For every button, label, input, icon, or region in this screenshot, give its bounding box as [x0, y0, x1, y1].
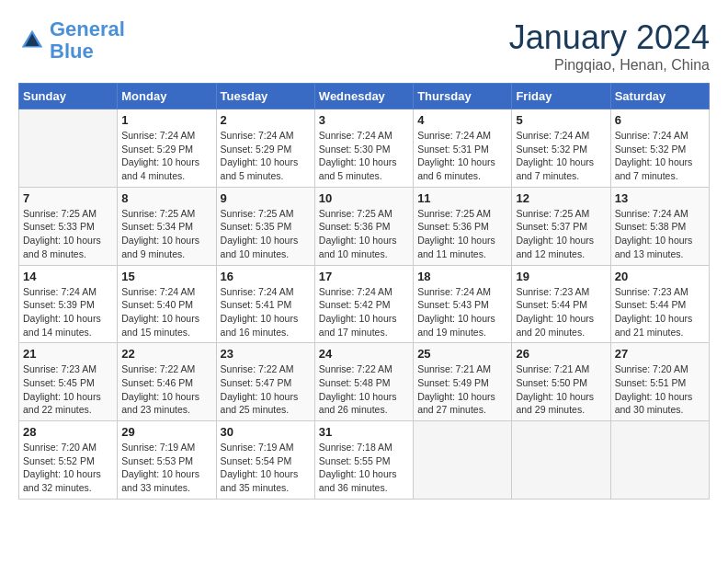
day-info: Sunrise: 7:21 AM Sunset: 5:49 PM Dayligh…	[417, 362, 507, 417]
logo-icon	[18, 27, 46, 54]
month-title: January 2024	[509, 18, 710, 57]
calendar-cell: 24Sunrise: 7:22 AM Sunset: 5:48 PM Dayli…	[314, 343, 413, 421]
day-number: 22	[121, 347, 211, 361]
day-number: 23	[221, 347, 311, 361]
calendar-cell: 4Sunrise: 7:24 AM Sunset: 5:31 PM Daylig…	[414, 109, 512, 188]
day-info: Sunrise: 7:23 AM Sunset: 5:45 PM Dayligh…	[23, 362, 113, 417]
day-number: 30	[221, 425, 311, 439]
day-info: Sunrise: 7:20 AM Sunset: 5:51 PM Dayligh…	[615, 362, 705, 417]
calendar-cell: 28Sunrise: 7:20 AM Sunset: 5:52 PM Dayli…	[19, 421, 118, 500]
day-number: 9	[221, 191, 311, 205]
day-number: 17	[319, 270, 409, 283]
week-row-2: 7Sunrise: 7:25 AM Sunset: 5:33 PM Daylig…	[19, 187, 710, 265]
day-info: Sunrise: 7:25 AM Sunset: 5:36 PM Dayligh…	[319, 207, 409, 261]
day-info: Sunrise: 7:24 AM Sunset: 5:29 PM Dayligh…	[221, 129, 311, 183]
day-info: Sunrise: 7:23 AM Sunset: 5:44 PM Dayligh…	[615, 285, 705, 339]
calendar-cell: 27Sunrise: 7:20 AM Sunset: 5:51 PM Dayli…	[610, 343, 709, 421]
day-info: Sunrise: 7:24 AM Sunset: 5:40 PM Dayligh…	[121, 285, 211, 339]
calendar-cell: 20Sunrise: 7:23 AM Sunset: 5:44 PM Dayli…	[610, 265, 709, 343]
day-number: 11	[417, 191, 507, 205]
week-row-3: 14Sunrise: 7:24 AM Sunset: 5:39 PM Dayli…	[19, 265, 710, 343]
day-info: Sunrise: 7:24 AM Sunset: 5:39 PM Dayligh…	[23, 285, 113, 339]
calendar-cell: 9Sunrise: 7:25 AM Sunset: 5:35 PM Daylig…	[216, 187, 314, 265]
day-info: Sunrise: 7:24 AM Sunset: 5:32 PM Dayligh…	[516, 129, 606, 183]
day-info: Sunrise: 7:21 AM Sunset: 5:50 PM Dayligh…	[516, 362, 606, 417]
day-number: 24	[319, 347, 409, 361]
calendar-cell: 18Sunrise: 7:24 AM Sunset: 5:43 PM Dayli…	[414, 265, 512, 343]
calendar-cell	[610, 421, 709, 500]
day-info: Sunrise: 7:22 AM Sunset: 5:47 PM Dayligh…	[221, 362, 311, 417]
week-row-5: 28Sunrise: 7:20 AM Sunset: 5:52 PM Dayli…	[19, 421, 710, 500]
day-number: 26	[516, 347, 606, 361]
week-row-1: 1Sunrise: 7:24 AM Sunset: 5:29 PM Daylig…	[19, 109, 710, 188]
calendar-cell: 13Sunrise: 7:24 AM Sunset: 5:38 PM Dayli…	[610, 187, 709, 265]
logo: General Blue	[18, 18, 125, 63]
day-number: 2	[221, 113, 311, 127]
day-number: 7	[23, 191, 113, 205]
day-info: Sunrise: 7:25 AM Sunset: 5:33 PM Dayligh…	[23, 207, 113, 261]
day-info: Sunrise: 7:25 AM Sunset: 5:36 PM Dayligh…	[417, 207, 507, 261]
logo-text: General Blue	[50, 18, 125, 63]
weekday-header-tuesday: Tuesday	[216, 84, 314, 109]
day-number: 27	[615, 347, 705, 361]
calendar-cell: 26Sunrise: 7:21 AM Sunset: 5:50 PM Dayli…	[512, 343, 610, 421]
weekday-header-sunday: Sunday	[19, 84, 118, 109]
day-number: 29	[121, 425, 211, 439]
day-number: 19	[516, 270, 606, 283]
weekday-header-wednesday: Wednesday	[314, 84, 413, 109]
calendar-cell: 23Sunrise: 7:22 AM Sunset: 5:47 PM Dayli…	[216, 343, 314, 421]
day-info: Sunrise: 7:22 AM Sunset: 5:48 PM Dayligh…	[319, 362, 409, 417]
day-number: 16	[221, 270, 311, 283]
calendar-cell: 22Sunrise: 7:22 AM Sunset: 5:46 PM Dayli…	[118, 343, 216, 421]
day-number: 12	[516, 191, 606, 205]
day-info: Sunrise: 7:24 AM Sunset: 5:29 PM Dayligh…	[121, 129, 211, 183]
day-number: 28	[23, 425, 113, 439]
day-number: 20	[615, 270, 705, 283]
calendar-cell: 29Sunrise: 7:19 AM Sunset: 5:53 PM Dayli…	[118, 421, 216, 500]
calendar-cell: 19Sunrise: 7:23 AM Sunset: 5:44 PM Dayli…	[512, 265, 610, 343]
calendar-cell: 10Sunrise: 7:25 AM Sunset: 5:36 PM Dayli…	[314, 187, 413, 265]
day-info: Sunrise: 7:20 AM Sunset: 5:52 PM Dayligh…	[23, 441, 113, 495]
day-number: 25	[417, 347, 507, 361]
day-number: 15	[121, 270, 211, 283]
calendar-cell: 12Sunrise: 7:25 AM Sunset: 5:37 PM Dayli…	[512, 187, 610, 265]
day-info: Sunrise: 7:18 AM Sunset: 5:55 PM Dayligh…	[319, 441, 409, 495]
weekday-header-thursday: Thursday	[414, 84, 512, 109]
day-number: 18	[417, 270, 507, 283]
weekday-header-row: SundayMondayTuesdayWednesdayThursdayFrid…	[19, 84, 710, 109]
calendar-cell	[19, 109, 118, 188]
calendar-cell: 2Sunrise: 7:24 AM Sunset: 5:29 PM Daylig…	[216, 109, 314, 188]
calendar-cell: 31Sunrise: 7:18 AM Sunset: 5:55 PM Dayli…	[314, 421, 413, 500]
day-number: 21	[23, 347, 113, 361]
calendar-cell: 5Sunrise: 7:24 AM Sunset: 5:32 PM Daylig…	[512, 109, 610, 188]
day-info: Sunrise: 7:24 AM Sunset: 5:41 PM Dayligh…	[221, 285, 311, 339]
day-info: Sunrise: 7:24 AM Sunset: 5:43 PM Dayligh…	[417, 285, 507, 339]
page-header: General Blue January 2024 Pingqiao, Hena…	[18, 18, 710, 74]
day-info: Sunrise: 7:23 AM Sunset: 5:44 PM Dayligh…	[516, 285, 606, 339]
calendar-cell: 17Sunrise: 7:24 AM Sunset: 5:42 PM Dayli…	[314, 265, 413, 343]
day-info: Sunrise: 7:25 AM Sunset: 5:34 PM Dayligh…	[121, 207, 211, 261]
day-info: Sunrise: 7:24 AM Sunset: 5:30 PM Dayligh…	[319, 129, 409, 183]
day-number: 10	[319, 191, 409, 205]
day-info: Sunrise: 7:24 AM Sunset: 5:31 PM Dayligh…	[417, 129, 507, 183]
weekday-header-friday: Friday	[512, 84, 610, 109]
day-number: 1	[121, 113, 211, 127]
calendar-cell: 1Sunrise: 7:24 AM Sunset: 5:29 PM Daylig…	[118, 109, 216, 188]
day-info: Sunrise: 7:24 AM Sunset: 5:32 PM Dayligh…	[615, 129, 705, 183]
day-number: 8	[121, 191, 211, 205]
day-number: 4	[417, 113, 507, 127]
day-info: Sunrise: 7:25 AM Sunset: 5:37 PM Dayligh…	[516, 207, 606, 261]
location: Pingqiao, Henan, China	[509, 57, 710, 74]
calendar-cell	[414, 421, 512, 500]
day-number: 13	[615, 191, 705, 205]
day-info: Sunrise: 7:22 AM Sunset: 5:46 PM Dayligh…	[121, 362, 211, 417]
title-area: January 2024 Pingqiao, Henan, China	[509, 18, 710, 74]
day-number: 3	[319, 113, 409, 127]
calendar-cell: 8Sunrise: 7:25 AM Sunset: 5:34 PM Daylig…	[118, 187, 216, 265]
calendar-cell: 15Sunrise: 7:24 AM Sunset: 5:40 PM Dayli…	[118, 265, 216, 343]
weekday-header-monday: Monday	[118, 84, 216, 109]
calendar-cell: 30Sunrise: 7:19 AM Sunset: 5:54 PM Dayli…	[216, 421, 314, 500]
day-number: 31	[319, 425, 409, 439]
calendar-cell	[512, 421, 610, 500]
week-row-4: 21Sunrise: 7:23 AM Sunset: 5:45 PM Dayli…	[19, 343, 710, 421]
